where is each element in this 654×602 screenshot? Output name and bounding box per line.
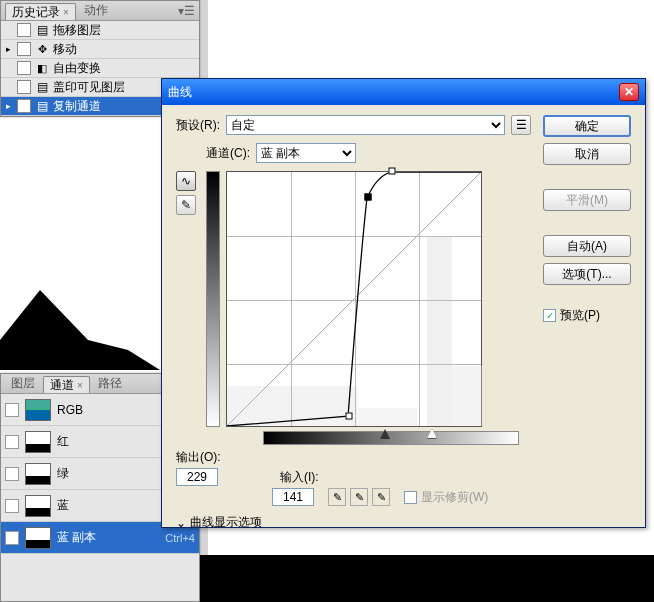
channel-thumb xyxy=(25,431,51,453)
pencil-tool-icon[interactable]: ✎ xyxy=(176,195,196,215)
cancel-button[interactable]: 取消 xyxy=(543,143,631,165)
svg-line-0 xyxy=(227,172,481,426)
dialog-titlebar[interactable]: 曲线 ✕ xyxy=(162,79,645,105)
channel-thumb xyxy=(25,399,51,421)
preset-menu-icon[interactable]: ☰ xyxy=(511,115,531,135)
output-gradient xyxy=(206,171,220,427)
chevron-icon: ⌄ xyxy=(176,516,186,530)
eyedropper-white-icon[interactable]: ✎ xyxy=(372,488,390,506)
output-label: 输出(O): xyxy=(176,449,221,466)
transform-icon xyxy=(35,61,49,75)
input-label: 输入(I): xyxy=(280,469,319,486)
move-icon xyxy=(35,42,49,56)
history-panel-tabs: 历史记录× 动作 ▾☰ xyxy=(1,1,199,21)
visibility-toggle[interactable] xyxy=(5,435,19,449)
input-field[interactable] xyxy=(272,488,314,506)
history-item[interactable]: 拖移图层 xyxy=(1,21,199,40)
preset-label: 预设(R): xyxy=(176,117,220,134)
curve-graph[interactable] xyxy=(226,171,482,427)
layers-icon xyxy=(35,23,49,37)
tab-channels[interactable]: 通道× xyxy=(43,376,90,393)
channel-thumb xyxy=(25,527,51,549)
panel-menu-icon[interactable]: ▾☰ xyxy=(178,4,195,18)
smooth-button: 平滑(M) xyxy=(543,189,631,211)
eyedropper-gray-icon[interactable]: ✎ xyxy=(350,488,368,506)
history-item[interactable]: ▸移动 xyxy=(1,40,199,59)
dialog-title: 曲线 xyxy=(168,84,192,101)
visibility-toggle[interactable] xyxy=(5,531,19,545)
show-clipping-checkbox[interactable]: 显示修剪(W) xyxy=(404,489,488,506)
stamp-icon xyxy=(35,80,49,94)
tab-actions[interactable]: 动作 xyxy=(78,2,114,19)
visibility-toggle[interactable] xyxy=(5,499,19,513)
channel-icon xyxy=(35,99,49,113)
ok-button[interactable]: 确定 xyxy=(543,115,631,137)
channel-select[interactable]: 蓝 副本 xyxy=(256,143,356,163)
close-icon[interactable]: ✕ xyxy=(619,83,639,101)
channel-thumb xyxy=(25,463,51,485)
curve-display-options[interactable]: ⌄ 曲线显示选项 xyxy=(176,514,531,531)
output-field[interactable] xyxy=(176,468,218,486)
auto-button[interactable]: 自动(A) xyxy=(543,235,631,257)
curve-path xyxy=(227,172,481,426)
tab-history[interactable]: 历史记录× xyxy=(5,3,76,20)
channel-label: 通道(C): xyxy=(206,145,250,162)
tab-paths[interactable]: 路径 xyxy=(92,375,128,392)
preset-select[interactable]: 自定 xyxy=(226,115,505,135)
history-item[interactable]: 自由变换 xyxy=(1,59,199,78)
curves-dialog: 曲线 ✕ 预设(R): 自定 ☰ 通道(C): 蓝 副本 ∿ ✎ xyxy=(161,78,646,528)
visibility-toggle[interactable] xyxy=(5,467,19,481)
curve-point-selected[interactable] xyxy=(365,194,372,201)
channel-thumb xyxy=(25,495,51,517)
options-button[interactable]: 选项(T)... xyxy=(543,263,631,285)
visibility-toggle[interactable] xyxy=(5,403,19,417)
input-gradient xyxy=(263,431,519,445)
curve-point[interactable] xyxy=(389,168,396,175)
curve-point[interactable] xyxy=(346,413,353,420)
preview-checkbox[interactable]: ✓预览(P) xyxy=(543,307,631,324)
curve-tool-icon[interactable]: ∿ xyxy=(176,171,196,191)
eyedropper-black-icon[interactable]: ✎ xyxy=(328,488,346,506)
tab-layers[interactable]: 图层 xyxy=(5,375,41,392)
